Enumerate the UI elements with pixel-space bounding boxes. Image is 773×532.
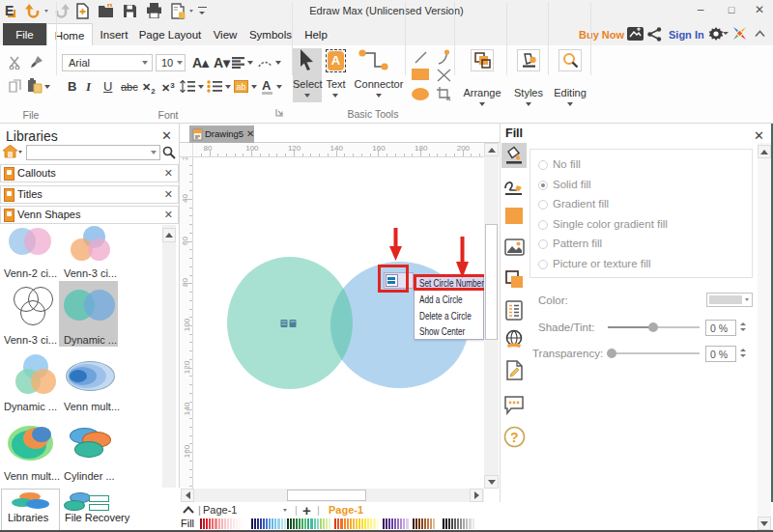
svg-text:?: ? xyxy=(510,430,519,445)
